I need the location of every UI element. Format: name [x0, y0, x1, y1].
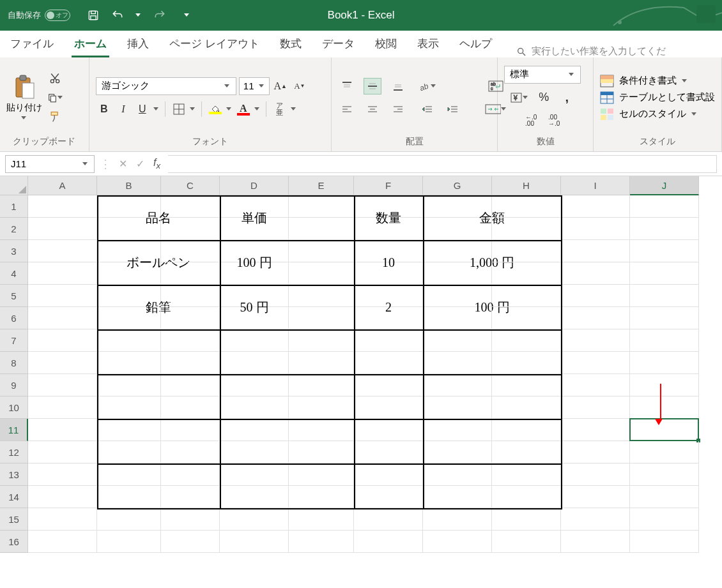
cell-I12[interactable] [561, 441, 630, 464]
cancel-formula-icon[interactable]: ✕ [119, 158, 127, 170]
underline-dropdown-icon[interactable] [153, 106, 160, 112]
cell-I8[interactable] [561, 352, 630, 374]
cell-F15[interactable] [354, 508, 423, 531]
cell-B4[interactable] [97, 262, 161, 285]
cell-A11[interactable] [28, 419, 97, 441]
row-header-3[interactable]: 3 [0, 240, 28, 262]
select-all-button[interactable] [0, 176, 28, 195]
cell-A2[interactable] [28, 218, 97, 240]
cell-B6[interactable] [97, 307, 161, 329]
cell-E1[interactable] [289, 195, 354, 218]
row-header-6[interactable]: 6 [0, 307, 28, 329]
column-header-B[interactable]: B [97, 176, 161, 195]
cell-A12[interactable] [28, 441, 97, 464]
phonetic-dropdown-icon[interactable] [291, 106, 297, 112]
phonetic-button[interactable]: ア亜 [272, 100, 288, 118]
paste-dropdown-icon[interactable] [21, 115, 27, 121]
cell-B14[interactable] [97, 486, 161, 508]
cell-E8[interactable] [289, 352, 354, 374]
cell-A9[interactable] [28, 374, 97, 396]
column-header-H[interactable]: H [492, 176, 561, 195]
column-header-D[interactable]: D [220, 176, 289, 195]
align-right-icon[interactable] [389, 101, 407, 117]
cell-C4[interactable] [161, 262, 220, 285]
cell-C1[interactable] [161, 195, 220, 218]
cell-C8[interactable] [161, 352, 220, 374]
accounting-format-icon[interactable]: ¥ [510, 89, 529, 107]
cell-I13[interactable] [561, 464, 630, 486]
cell-G8[interactable] [423, 352, 492, 374]
row-header-16[interactable]: 16 [0, 531, 28, 553]
cell-F14[interactable] [354, 486, 423, 508]
row-header-9[interactable]: 9 [0, 374, 28, 396]
cell-A7[interactable] [28, 329, 97, 352]
cell-G4[interactable] [423, 262, 492, 285]
number-format-combo[interactable]: 標準 [504, 66, 581, 84]
cell-F10[interactable] [354, 396, 423, 419]
cell-I11[interactable] [561, 419, 630, 441]
cell-B12[interactable] [97, 441, 161, 464]
column-header-A[interactable]: A [28, 176, 97, 195]
cell-J1[interactable] [630, 195, 699, 218]
enter-formula-icon[interactable]: ✓ [136, 158, 144, 170]
cell-B5[interactable]: 鉛筆 [97, 285, 161, 307]
cell-D11[interactable] [220, 419, 289, 441]
cell-H11[interactable] [492, 419, 561, 441]
cell-H16[interactable] [492, 531, 561, 553]
cell-D16[interactable] [220, 531, 289, 553]
cell-I1[interactable] [561, 195, 630, 218]
cell-F9[interactable] [354, 374, 423, 396]
cell-E14[interactable] [289, 486, 354, 508]
cell-G14[interactable] [423, 486, 492, 508]
save-icon[interactable] [87, 9, 100, 22]
cell-A5[interactable] [28, 285, 97, 307]
row-header-15[interactable]: 15 [0, 508, 28, 531]
cell-A3[interactable] [28, 240, 97, 262]
underline-button[interactable]: U [134, 100, 151, 118]
cell-B16[interactable] [97, 531, 161, 553]
cell-C10[interactable] [161, 396, 220, 419]
paste-icon[interactable] [12, 74, 36, 101]
fill-color-button[interactable] [207, 100, 224, 118]
cell-C15[interactable] [161, 508, 220, 531]
borders-button[interactable] [171, 100, 187, 118]
cell-I9[interactable] [561, 374, 630, 396]
cell-F3[interactable]: 10 [354, 240, 423, 262]
cell-J8[interactable] [630, 352, 699, 374]
cell-J15[interactable] [630, 508, 699, 531]
tab-insert[interactable]: 挿入 [125, 31, 151, 57]
cell-F4[interactable] [354, 262, 423, 285]
cell-C13[interactable] [161, 464, 220, 486]
cell-D6[interactable] [220, 307, 289, 329]
cell-I3[interactable] [561, 240, 630, 262]
comma-format-icon[interactable]: , [558, 89, 575, 107]
cell-C11[interactable] [161, 419, 220, 441]
tab-formulas[interactable]: 数式 [277, 31, 304, 57]
format-as-table-button[interactable]: テーブルとして書式設 [600, 91, 715, 104]
cell-E12[interactable] [289, 441, 354, 464]
cell-C9[interactable] [161, 374, 220, 396]
row-header-2[interactable]: 2 [0, 218, 28, 240]
cell-E11[interactable] [289, 419, 354, 441]
cell-J3[interactable] [630, 240, 699, 262]
cell-D15[interactable] [220, 508, 289, 531]
name-box[interactable]: J11 [5, 155, 95, 173]
cell-C16[interactable] [161, 531, 220, 553]
cell-G1[interactable]: 金額 [423, 195, 492, 218]
row-header-12[interactable]: 12 [0, 441, 28, 464]
increase-decimal-icon[interactable]: ←.0.00 [523, 112, 539, 130]
cell-H8[interactable] [492, 352, 561, 374]
cell-B7[interactable] [97, 329, 161, 352]
row-header-1[interactable]: 1 [0, 195, 28, 218]
undo-dropdown-icon[interactable] [135, 12, 142, 19]
column-header-E[interactable]: E [289, 176, 354, 195]
cell-A16[interactable] [28, 531, 97, 553]
cell-E15[interactable] [289, 508, 354, 531]
row-header-7[interactable]: 7 [0, 329, 28, 352]
cell-J5[interactable] [630, 285, 699, 307]
cell-C7[interactable] [161, 329, 220, 352]
cell-F2[interactable] [354, 218, 423, 240]
cell-G7[interactable] [423, 329, 492, 352]
cell-E10[interactable] [289, 396, 354, 419]
orientation-icon[interactable]: ab [419, 78, 436, 94]
